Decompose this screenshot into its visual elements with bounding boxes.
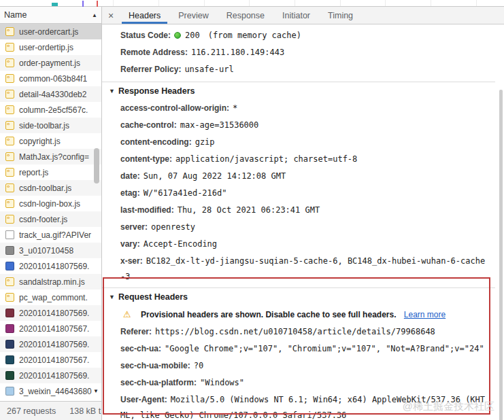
header-value: 200 [185,31,200,40]
request-row-user-ordercart-js[interactable]: user-ordercart.js [0,24,101,39]
overview-gridline [295,0,295,6]
overview-gridline [158,0,159,6]
response-headers-list: access-control-allow-origin:*cache-contr… [102,100,495,285]
request-row-mathjax-js-config[interactable]: MathJax.js?config= [0,149,101,164]
transferred-size: 138 kB t [69,406,101,416]
request-row-label: user-ordercart.js [19,27,78,37]
header-name: Remote Address: [120,48,188,57]
header-value: "Google Chrome";v="107", "Chromium";v="1… [165,344,484,353]
request-row-label: copyright.js [19,137,61,146]
learn-more-link[interactable]: Learn more [404,310,446,319]
main-scrollbar-thumb[interactable] [499,90,503,420]
response-header-cache-control: cache-control:max-age=31536000 [102,117,495,134]
column-header-name-label: Name [4,10,92,20]
network-overview-strip[interactable] [0,0,504,7]
header-value: gzip [195,137,215,147]
tab-preview[interactable]: Preview [171,7,215,24]
request-row-label: 202010141807569. [19,309,89,318]
overview-gridline [476,0,477,6]
script-file-icon [5,183,14,192]
header-value: https://blog.csdn.net/u010710458/article… [155,327,435,336]
request-row-202010141807569[interactable]: 202010141807569. [0,258,101,274]
header-value: * [233,103,237,113]
request-row-label: pc_wap_commont. [19,293,88,302]
request-row-common-063b84f1[interactable]: common-063b84f1 [0,71,101,86]
response-header-content-type: content-type:application/javascript; cha… [102,151,495,168]
header-name: Referer: [120,327,152,336]
request-row-detail-4a4330deb2[interactable]: detail-4a4330deb2 [0,86,101,102]
request-header-sec-ch-ua-platform: sec-ch-ua-platform:"Windows" [102,374,495,391]
request-row-csdn-toolbar-js[interactable]: csdn-toolbar.js [0,180,101,196]
request-row-label: order-payment.js [19,58,80,68]
header-value-note: (from memory cache) [208,31,301,40]
general-row-status-code: Status Code:200(from memory cache) [102,27,495,44]
request-row-sandalstrap-min-js[interactable]: sandalstrap.min.js [0,274,101,290]
tab-headers[interactable]: Headers [122,7,167,24]
request-row-order-payment-js[interactable]: order-payment.js [0,55,101,71]
detail-tabbar: × HeadersPreviewResponseInitiatorTiming [102,7,504,24]
request-row-report-js[interactable]: report.js [0,164,101,180]
response-header-date: date:Sun, 07 Aug 2022 14:12:08 GMT [102,168,495,185]
request-row-csdn-login-box-js[interactable]: csdn-login-box.js [0,196,101,211]
response-header-access-control-allow-origin: access-control-allow-origin:* [102,100,495,117]
header-value: W/"617a41ed-216d" [144,188,227,198]
header-value: BC182_dx-lt-yd-jiangsu-suqian-5-cache-6,… [120,256,485,281]
request-row-label: 202010141807567. [19,355,89,365]
response-header-server: server:openresty [102,219,495,236]
request-row-label: report.js [19,168,48,177]
request-row-202010141807569[interactable]: 202010141807569. [0,368,101,383]
sidebar-scrollbar-thumb[interactable] [94,148,99,183]
network-summary-bar: 267 requests 138 kB t [0,401,101,420]
column-header-name[interactable]: Name ▲ [0,7,101,24]
header-name: content-encoding: [120,137,192,147]
general-row-referrer-policy: Referrer Policy:unsafe-url [102,61,495,78]
request-row-track-ua-gif-apiver[interactable]: track_ua.gif?APIVer [0,227,101,243]
header-name: User-Agent: [120,395,167,404]
request-row-label: csdn-login-box.js [19,199,80,209]
request-header-sec-ch-ua: sec-ch-ua:"Google Chrome";v="107", "Chro… [102,340,495,357]
request-row-label: MathJax.js?config= [19,152,89,162]
header-name: last-modified: [120,205,174,215]
request-row-202010141807567[interactable]: 202010141807567. [0,352,101,368]
response-headers-title: Response Headers [118,82,195,100]
request-row-3-weixin-44643680[interactable]: 3_weixin_44643680▼ [0,383,101,399]
request-headers-list: Referer:https://blog.csdn.net/u010710458… [102,323,495,420]
status-green-icon [174,32,181,39]
request-row-202010141807567[interactable]: 202010141807567. [0,321,101,336]
warning-icon: ⚠ [123,309,131,319]
response-header-vary: vary:Accept-Encoding [102,236,495,253]
request-row-label: 3_u010710458 [19,246,73,256]
header-value: 116.211.180.149:443 [191,48,284,57]
request-row-202010141807569[interactable]: 202010141807569. [0,336,101,352]
overview-activity-mark [82,1,84,7]
header-name: Status Code: [120,31,171,40]
request-count: 267 requests [7,406,56,416]
request-row-202010141807569[interactable]: 202010141807569. [0,305,101,321]
dropdown-icon[interactable]: ▼ [92,388,99,394]
header-name: content-type: [120,154,172,164]
overview-activity-mark [97,1,98,7]
close-icon[interactable]: × [102,7,120,24]
tab-initiator[interactable]: Initiator [275,7,317,24]
request-row-3-u010710458[interactable]: 3_u010710458 [0,243,101,258]
image-file-icon [5,355,14,364]
headers-content: Status Code:200(from memory cache)Remote… [102,24,495,420]
script-file-icon [5,121,14,130]
response-header-last-modified: last-modified:Thu, 28 Oct 2021 06:23:41 … [102,202,495,219]
request-row-label: user-ordertip.js [19,43,73,52]
request-row-copyright-js[interactable]: copyright.js [0,133,101,149]
request-row-pc-wap-commont[interactable]: pc_wap_commont. [0,290,101,305]
request-row-label: 202010141807569. [19,340,89,349]
tab-response[interactable]: Response [220,7,271,24]
response-header-etag: etag:W/"617a41ed-216d" [102,185,495,202]
request-row-user-ordertip-js[interactable]: user-ordertip.js [0,39,101,55]
response-headers-section-header[interactable]: ▼ Response Headers [102,82,495,100]
header-name: sec-ch-ua: [120,344,161,353]
request-row-csdn-footer-js[interactable]: csdn-footer.js [0,211,101,227]
script-file-icon [5,105,14,114]
tab-timing[interactable]: Timing [321,7,360,24]
request-row-label: csdn-footer.js [19,215,67,224]
request-headers-section-header[interactable]: ▼ Request Headers [102,288,495,306]
request-row-column-2e5cf567c[interactable]: column-2e5cf567c. [0,102,101,118]
request-row-side-toolbar-js[interactable]: side-toolbar.js [0,118,101,133]
